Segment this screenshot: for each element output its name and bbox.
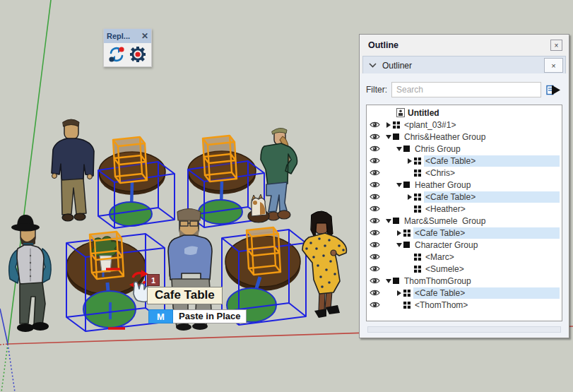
outliner-body: Filter: Untitled<plant_03#1>Chris&Heathe… [360, 73, 568, 337]
figure-woman-green[interactable] [261, 128, 297, 220]
component-icon [403, 230, 410, 237]
replace-toolbar-titlebar[interactable]: Repl... ✕ [104, 29, 151, 43]
tree-row[interactable]: <Marc> [367, 251, 562, 263]
tree-row[interactable]: Chris Group [367, 143, 562, 155]
chevron-down-icon[interactable] [369, 63, 377, 68]
group-icon [403, 242, 410, 248]
tree-row[interactable]: Untitled [367, 107, 562, 119]
section-title: Outliner [382, 61, 544, 71]
tree-item-label: <Cafe Table> [424, 191, 560, 203]
key-badge: M [148, 309, 173, 323]
eye-icon[interactable] [370, 205, 380, 213]
tree-item-label: Character Group [413, 239, 560, 251]
tree-row[interactable]: <Cafe Table> [367, 287, 562, 299]
tree-item-label: <plant_03#1> [403, 119, 560, 131]
tree-row[interactable]: Chris&Heather Group [367, 131, 562, 143]
cafe-table[interactable] [98, 137, 175, 228]
tree-item-label: <Cafe Table> [413, 287, 560, 299]
tree-row[interactable]: Heather Group [367, 179, 562, 191]
close-icon[interactable]: ✕ [141, 32, 148, 40]
expand-arrow[interactable] [385, 119, 393, 131]
tree-row[interactable]: Marc&Sumele Group [367, 215, 562, 227]
eye-icon[interactable] [370, 193, 380, 201]
component-icon [414, 254, 421, 261]
replace-options-button[interactable] [128, 45, 147, 64]
eye-icon[interactable] [370, 169, 380, 177]
replacement-preview-box [113, 137, 147, 183]
tree-item-label: <Heather> [424, 203, 560, 215]
component-icon [414, 194, 421, 201]
component-icon [414, 206, 421, 213]
eye-icon[interactable] [370, 229, 380, 237]
expand-arrow[interactable] [396, 287, 403, 299]
tree-item-label: Chris Group [413, 143, 560, 155]
tree-row[interactable]: <ThomThom> [367, 299, 562, 311]
tree-item-label: <Chris> [424, 167, 560, 179]
eye-icon[interactable] [370, 145, 380, 153]
tree-row[interactable]: <Cafe Table> [367, 191, 562, 203]
shortcut-hint: M Paste in Place [148, 309, 247, 323]
horizontal-scrollbar[interactable] [367, 326, 561, 333]
tree-row[interactable]: <Sumele> [367, 263, 562, 275]
replacement-preview-box [247, 227, 280, 275]
panel-titlebar[interactable]: Outline × [360, 35, 569, 56]
cat[interactable] [248, 194, 269, 222]
eye-icon[interactable] [370, 133, 380, 141]
search-input[interactable] [391, 82, 541, 97]
tree-row[interactable]: <Chris> [367, 167, 562, 179]
eye-icon[interactable] [370, 181, 380, 189]
section-close-button[interactable]: × [544, 58, 563, 73]
expand-arrow [406, 167, 414, 179]
expand-arrow[interactable] [396, 227, 403, 239]
tree-item-label: <Cafe Table> [413, 227, 560, 239]
group-icon [393, 278, 399, 284]
group-icon [393, 133, 399, 140]
component-icon [393, 121, 400, 129]
component-icon [414, 170, 421, 177]
group-icon [403, 145, 410, 152]
tree-row[interactable]: ThomThomGroup [367, 275, 562, 287]
expand-arrow[interactable] [385, 215, 393, 227]
component-icon [403, 290, 410, 297]
eye-icon[interactable] [370, 265, 380, 273]
swap-icon [108, 46, 125, 63]
expand-arrow[interactable] [406, 155, 414, 167]
eye-icon[interactable] [370, 253, 380, 261]
sketchup-viewport: Repl... ✕ [0, 0, 573, 392]
eye-icon[interactable] [370, 217, 380, 225]
outliner-section-header[interactable]: Outliner × [362, 56, 566, 75]
eye-icon[interactable] [370, 157, 380, 165]
eye-icon[interactable] [370, 301, 380, 309]
tree-item-label: ThomThomGroup [403, 275, 560, 287]
replace-swap-button[interactable] [107, 45, 126, 64]
tree-row[interactable]: <plant_03#1> [367, 119, 562, 131]
expand-arrow[interactable] [396, 179, 403, 191]
details-button[interactable] [545, 83, 562, 96]
expand-arrow [396, 299, 403, 311]
tree-item-label: <ThomThom> [413, 299, 560, 311]
figure-man-polo[interactable] [52, 119, 94, 221]
eye-icon[interactable] [370, 121, 380, 129]
tree-row[interactable]: Character Group [367, 239, 562, 251]
eye-icon[interactable] [370, 289, 380, 297]
figure-man-bowler[interactable] [9, 215, 51, 332]
tree-row[interactable]: <Cafe Table> [367, 155, 562, 167]
tree-row[interactable]: <Cafe Table> [367, 227, 562, 239]
expand-arrow [406, 251, 414, 263]
details-arrow-icon [546, 84, 562, 96]
expand-arrow[interactable] [396, 143, 403, 155]
panel-title: Outline [368, 40, 398, 50]
expand-arrow [406, 203, 414, 215]
eye-icon[interactable] [370, 241, 380, 249]
close-icon[interactable]: × [550, 40, 562, 51]
expand-arrow[interactable] [396, 239, 403, 251]
expand-arrow[interactable] [385, 275, 393, 287]
blue-axis [0, 309, 8, 344]
expand-arrow[interactable] [406, 191, 414, 203]
expand-arrow [406, 263, 414, 275]
eye-icon[interactable] [370, 277, 380, 285]
expand-arrow[interactable] [385, 131, 393, 143]
tree-row[interactable]: <Heather> [367, 203, 562, 215]
outliner-panel: Outline × Outliner × Filter: [359, 34, 569, 338]
figure-woman-yellow-dress[interactable] [302, 211, 346, 318]
